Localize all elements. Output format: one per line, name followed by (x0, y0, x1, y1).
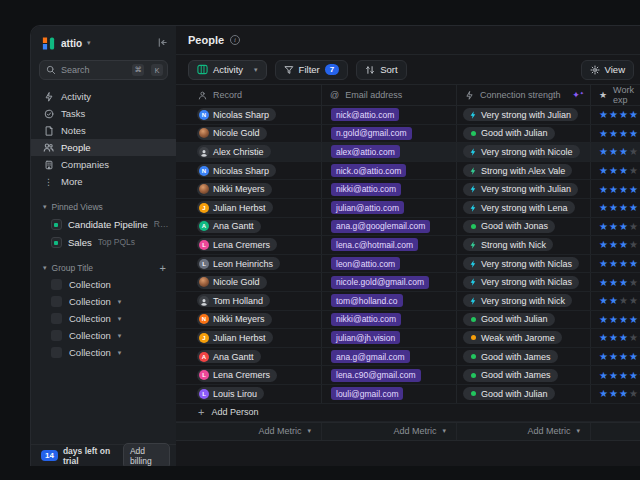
connection-strength-pill[interactable]: Very strong with Niclas (463, 276, 579, 289)
table-row[interactable]: Nicole Goldn.gold@gmail.comGood with Jul… (176, 125, 640, 144)
person-record-pill[interactable]: LLena Cremers (197, 238, 277, 251)
work-exp-cell[interactable]: ★★★★★ (591, 273, 640, 291)
email-value[interactable]: lena.c90@gmail.com (331, 369, 421, 382)
email-value[interactable]: n.gold@gmail.com (331, 127, 412, 140)
person-record-pill[interactable]: AAna Gantt (197, 350, 261, 363)
connection-strength-pill[interactable]: Good with Julian (463, 313, 555, 326)
work-exp-cell[interactable]: ★★★★★ (591, 199, 640, 217)
work-exp-cell[interactable]: ★★★★★ (591, 143, 640, 161)
email-value[interactable]: ana.g@gmail.com (331, 350, 410, 363)
info-icon[interactable]: i (230, 35, 240, 45)
column-header-connection[interactable]: Connection strength ✦✦ (457, 85, 591, 105)
sidebar-item-notes[interactable]: Notes (31, 122, 176, 139)
person-record-pill[interactable]: Alex Christie (197, 145, 271, 158)
table-row[interactable]: JJulian Herbstjulian@jh.visionWeak with … (176, 329, 640, 348)
work-exp-cell[interactable]: ★★★★★ (591, 385, 640, 403)
connection-strength-pill[interactable]: Very strong with Nicole (463, 145, 580, 158)
sidebar-item-people[interactable]: People (31, 139, 176, 156)
pinned-view-candidate-pipeline[interactable]: Candidate Pipeline Ready for r... (31, 215, 176, 233)
collapse-sidebar-icon[interactable] (157, 34, 168, 52)
email-value[interactable]: nikki@attio.com (331, 183, 401, 196)
connection-strength-pill[interactable]: Very strong with Lena (463, 201, 575, 214)
add-metric-button[interactable]: Add Metric ▾ (176, 423, 322, 440)
add-collection-icon[interactable]: + (160, 262, 166, 274)
person-record-pill[interactable]: NNicolas Sharp (197, 108, 276, 121)
sidebar-item-more[interactable]: ⋮ More (31, 173, 176, 190)
email-value[interactable]: nick@attio.com (331, 108, 399, 121)
email-value[interactable]: ana.g@googlemail.com (331, 220, 430, 233)
email-value[interactable]: alex@attio.com (331, 145, 400, 158)
table-row[interactable]: AAna Ganttana.g@googlemail.comGood with … (176, 218, 640, 237)
connection-strength-pill[interactable]: Good with Julian (463, 387, 555, 400)
collection-item[interactable]: Collection ▾ (31, 293, 176, 310)
add-metric-button[interactable]: Add Metric ▾ (322, 423, 457, 440)
person-record-pill[interactable]: JJulian Herbst (197, 201, 273, 214)
work-exp-cell[interactable]: ★★★★★ (591, 162, 640, 180)
work-exp-cell[interactable]: ★★★★★ (591, 180, 640, 198)
connection-strength-pill[interactable]: Strong with Nick (463, 238, 553, 251)
work-exp-cell[interactable]: ★★★★★ (591, 255, 640, 273)
connection-strength-pill[interactable]: Good with Jonas (463, 220, 555, 233)
email-value[interactable]: nick.o@attio.com (331, 164, 406, 177)
table-row[interactable]: LLena Cremerslena.c@hotmail.comStrong wi… (176, 236, 640, 255)
view-settings-button[interactable]: View (581, 60, 634, 80)
person-record-pill[interactable]: NNikki Meyers (197, 313, 272, 326)
person-record-pill[interactable]: Nicole Gold (197, 276, 267, 289)
work-exp-cell[interactable]: ★★★★★ (591, 311, 640, 329)
search-input[interactable]: Search ⌘ K (39, 60, 168, 80)
person-record-pill[interactable]: LLouis Lirou (197, 387, 264, 400)
table-row[interactable]: Nicole Goldnicole.gold@gmail.comVery str… (176, 273, 640, 292)
collection-item[interactable]: Collection (31, 276, 176, 293)
sort-button[interactable]: Sort (356, 60, 406, 80)
connection-strength-pill[interactable]: Very strong with Nick (463, 294, 572, 307)
sidebar-item-tasks[interactable]: Tasks (31, 105, 176, 122)
add-metric-button[interactable]: Add Metric ▾ (457, 423, 591, 440)
work-exp-cell[interactable]: ★★★★★ (591, 292, 640, 310)
filter-button[interactable]: Filter 7 (275, 60, 349, 80)
work-exp-cell[interactable]: ★★★★★ (591, 348, 640, 366)
table-row[interactable]: Alex Christiealex@attio.comVery strong w… (176, 143, 640, 162)
connection-strength-pill[interactable]: Very strong with Julian (463, 183, 578, 196)
column-header-record[interactable]: Record (176, 85, 322, 105)
add-billing-button[interactable]: Add billing (123, 443, 170, 467)
person-record-pill[interactable]: LLeon Heinrichs (197, 257, 280, 270)
connection-strength-pill[interactable]: Good with Julian (463, 127, 555, 140)
work-exp-cell[interactable]: ★★★★★ (591, 329, 640, 347)
column-header-email[interactable]: @ Email address (322, 85, 457, 105)
table-row[interactable]: NNicolas Sharpnick@attio.comVery strong … (176, 106, 640, 125)
email-value[interactable]: nikki@attio.com (331, 313, 401, 326)
sidebar-item-activity[interactable]: Activity (31, 88, 176, 105)
add-person-button[interactable]: + Add Person (176, 404, 640, 422)
table-row[interactable]: LLouis Liroulouli@gmail.comGood with Jul… (176, 385, 640, 404)
connection-strength-pill[interactable]: Very strong with Julian (463, 108, 578, 121)
email-value[interactable]: tom@holland.co (331, 294, 403, 307)
table-row[interactable]: Nikki Meyersnikki@attio.comVery strong w… (176, 180, 640, 199)
work-exp-cell[interactable]: ★★★★★ (591, 125, 640, 143)
email-value[interactable]: leon@attio.com (331, 257, 400, 270)
work-exp-cell[interactable]: ★★★★★ (591, 218, 640, 236)
person-record-pill[interactable]: Tom Holland (197, 294, 270, 307)
person-record-pill[interactable]: Nikki Meyers (197, 183, 272, 196)
person-record-pill[interactable]: Nicole Gold (197, 127, 267, 140)
email-value[interactable]: julian@jh.vision (331, 331, 400, 344)
view-type-button[interactable]: Activity ▾ (188, 60, 267, 80)
group-title-header[interactable]: ▾ Group Title + (31, 260, 176, 276)
connection-strength-pill[interactable]: Good with James (463, 350, 558, 363)
table-row[interactable]: AAna Ganttana.g@gmail.comGood with James… (176, 348, 640, 367)
table-row[interactable]: LLeon Heinrichsleon@attio.comVery strong… (176, 255, 640, 274)
connection-strength-pill[interactable]: Good with James (463, 369, 558, 382)
column-header-work-exp[interactable]: ★ Work exp (591, 85, 640, 105)
connection-strength-pill[interactable]: Strong with Alex Vale (463, 164, 572, 177)
email-value[interactable]: nicole.gold@gmail.com (331, 276, 429, 289)
pinned-views-header[interactable]: ▾ Pinned Views (31, 199, 176, 215)
person-record-pill[interactable]: JJulian Herbst (197, 331, 273, 344)
work-exp-cell[interactable]: ★★★★★ (591, 366, 640, 384)
collection-item[interactable]: Collection ▾ (31, 344, 176, 361)
table-row[interactable]: NNikki Meyersnikki@attio.comGood with Ju… (176, 311, 640, 330)
table-row[interactable]: Tom Hollandtom@holland.coVery strong wit… (176, 292, 640, 311)
table-row[interactable]: JJulian Herbstjulian@attio.comVery stron… (176, 199, 640, 218)
email-value[interactable]: julian@attio.com (331, 201, 404, 214)
connection-strength-pill[interactable]: Very strong with Niclas (463, 257, 579, 270)
work-exp-cell[interactable]: ★★★★★ (591, 236, 640, 254)
email-value[interactable]: louli@gmail.com (331, 387, 403, 400)
